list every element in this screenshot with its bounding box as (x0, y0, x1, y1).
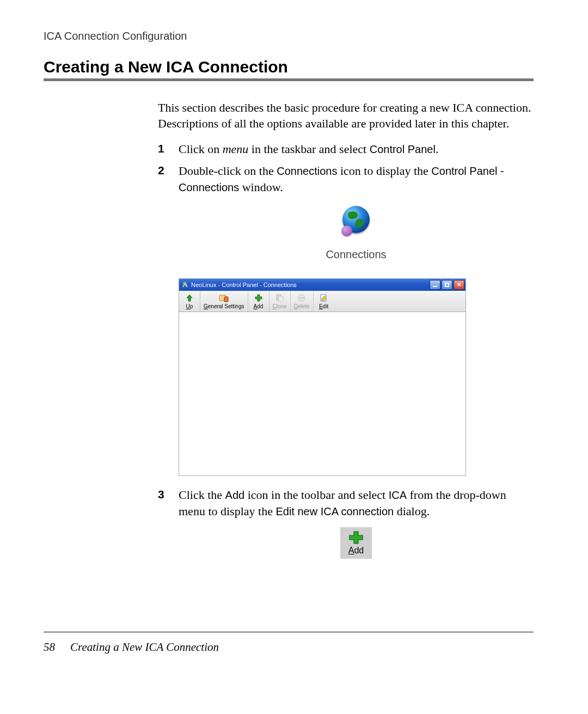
maximize-button[interactable] (442, 280, 452, 290)
up-arrow-icon (185, 293, 194, 303)
breadcrumb: ICA Connection Configuration (44, 30, 534, 42)
app-icon (181, 281, 189, 289)
step-3-ica-term: ICA (389, 489, 407, 501)
window-controls (430, 280, 464, 290)
toolbar-up[interactable]: Up (179, 291, 200, 312)
step-2-connections-term: Connections (277, 165, 337, 177)
plus-icon (348, 530, 364, 545)
window-body (179, 312, 465, 475)
title-rule (44, 78, 534, 81)
toolbar-clone-label: Clone (273, 303, 287, 310)
toolbar-up-label: Up (186, 303, 193, 310)
toolbar-delete-label: Delete (294, 303, 310, 310)
step-3-text-b: icon in the toolbar and select (244, 488, 389, 502)
step-3-text-a: Click the (179, 488, 225, 502)
add-button-figure: Add (179, 527, 534, 559)
toolbar-general-settings[interactable]: General Settings (200, 291, 248, 312)
step-1-text-c: . (436, 142, 439, 156)
edit-icon (320, 293, 328, 303)
connections-icon-figure: Connections (179, 206, 534, 262)
steps-list: Click on menu in the taskbar and select … (158, 141, 534, 559)
window-title-text: NeoLinux - Control Panel - Connections (191, 281, 297, 289)
toolbar-delete: Delete (291, 291, 314, 312)
step-1: Click on menu in the taskbar and select … (158, 141, 534, 157)
add-button[interactable]: Add (340, 527, 372, 559)
connections-window: NeoLinux - Control Panel - Connections (179, 278, 466, 476)
plus-icon (254, 293, 263, 303)
page-footer: 58Creating a New ICA Connection (44, 640, 219, 654)
toolbar-edit[interactable]: Edit (314, 291, 334, 312)
step-1-menu-term: menu (223, 142, 249, 156)
globe-icon (340, 206, 372, 237)
body-column: This section describes the basic procedu… (158, 100, 534, 559)
step-2: Double-click on the Connections icon to … (158, 163, 534, 476)
footer-title: Creating a New ICA Connection (70, 640, 219, 654)
settings-icon (219, 293, 229, 303)
svg-rect-3 (279, 296, 283, 302)
window-toolbar: Up General Settings (179, 291, 465, 312)
page: ICA Connection Configuration Creating a … (0, 0, 588, 714)
step-3-dialog-term: Edit new ICA connection (275, 505, 394, 517)
toolbar-add-label: Add (254, 303, 264, 310)
delete-icon (297, 293, 306, 303)
step-1-control-panel-term: Control Panel (370, 143, 436, 155)
add-button-label: Add (348, 545, 364, 557)
step-2-text-b: icon to display the (337, 164, 431, 178)
step-1-text-b: in the taskbar and select (248, 142, 369, 156)
step-3-add-term: Add (225, 489, 245, 501)
section-title: Creating a New ICA Connection (44, 58, 534, 76)
page-number: 58 (44, 640, 55, 654)
intro-paragraph: This section describes the basic procedu… (158, 100, 534, 131)
step-3-text-d: dialog. (394, 504, 430, 518)
window-titlebar: NeoLinux - Control Panel - Connections (179, 279, 465, 291)
step-1-text-a: Click on (179, 142, 223, 156)
footer-rule (44, 632, 534, 632)
toolbar-add[interactable]: Add (248, 291, 270, 312)
toolbar-clone: Clone (270, 291, 291, 312)
step-2-text-a: Double-click on the (179, 164, 277, 178)
connections-icon-label: Connections (179, 247, 534, 262)
toolbar-general-label: General Settings (204, 303, 244, 310)
svg-rect-1 (224, 297, 228, 302)
clone-icon (275, 293, 284, 303)
step-2-text-c: window. (239, 180, 283, 194)
close-button[interactable] (454, 280, 464, 290)
step-3: Click the Add icon in the toolbar and se… (158, 487, 534, 559)
minimize-button[interactable] (430, 280, 440, 290)
toolbar-edit-label: Edit (319, 303, 328, 310)
